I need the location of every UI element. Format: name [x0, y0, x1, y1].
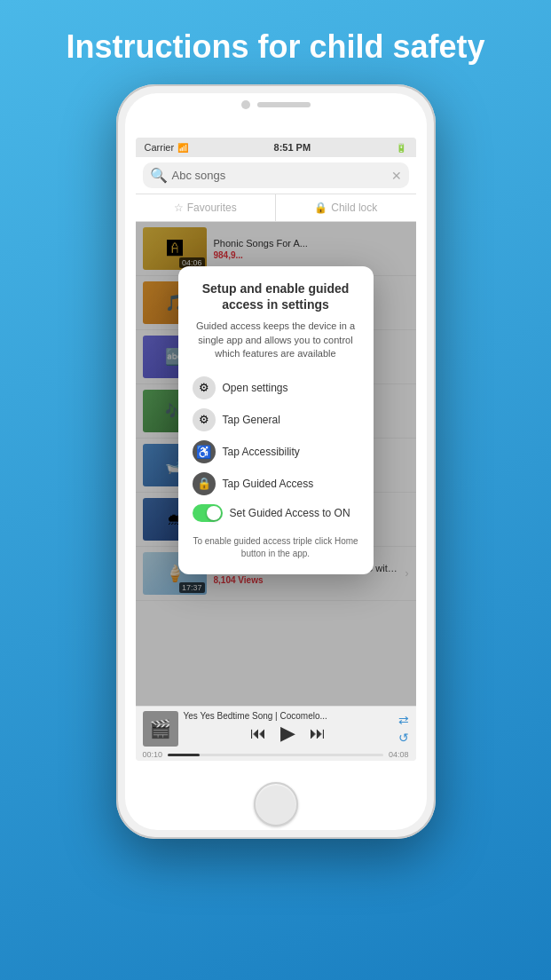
status-bar-right: 🔋: [396, 143, 406, 153]
page-title: Instructions for child safety: [39, 27, 511, 67]
gear-icon: ⚙: [193, 408, 216, 431]
toggle-knob: [207, 506, 221, 520]
play-button[interactable]: ▶: [280, 722, 295, 745]
tab-child-lock-label: Child lock: [331, 202, 377, 214]
phone-mockup: Carrier 📶 8:51 PM 🔋 🔍 Abc songs ✕: [116, 84, 436, 839]
time-total: 04:08: [389, 750, 409, 759]
lock-icon: 🔒: [193, 472, 216, 495]
carrier-label: Carrier: [145, 142, 175, 153]
modal-item-tap-accessibility[interactable]: ♿ Tap Accessibility: [193, 436, 359, 468]
search-icon: 🔍: [150, 167, 168, 184]
search-bar[interactable]: 🔍 Abc songs ✕: [136, 157, 416, 194]
guided-access-toggle[interactable]: [193, 504, 223, 522]
prev-button[interactable]: ⏮: [250, 724, 266, 743]
modal-item-label: Tap General: [223, 414, 280, 426]
repeat-icon[interactable]: ↺: [398, 731, 409, 745]
phone-screen-area: Carrier 📶 8:51 PM 🔋 🔍 Abc songs ✕: [125, 93, 427, 830]
status-time: 8:51 PM: [274, 142, 311, 153]
modal-item-label: Tap Guided Access: [223, 478, 314, 490]
now-playing-info: 🎬 Yes Yes Bedtime Song | Cocomelo... ⏮ ▶…: [143, 710, 409, 747]
next-button[interactable]: ⏭: [310, 724, 326, 743]
shuffle-icon[interactable]: ⇄: [398, 713, 409, 727]
wifi-icon: 📶: [177, 143, 188, 153]
progress-fill: [168, 754, 200, 756]
search-input-wrapper[interactable]: 🔍 Abc songs ✕: [143, 162, 409, 188]
search-clear-icon[interactable]: ✕: [391, 169, 402, 183]
home-button[interactable]: [254, 782, 298, 826]
gear-icon: ⚙: [193, 376, 216, 399]
time-current: 00:10: [143, 750, 163, 759]
modal-overlay: Setup and enable guided access in settin…: [136, 222, 416, 706]
phone-body: Carrier 📶 8:51 PM 🔋 🔍 Abc songs ✕: [116, 84, 436, 839]
screen: Carrier 📶 8:51 PM 🔋 🔍 Abc songs ✕: [136, 138, 416, 761]
star-icon: ☆: [174, 202, 184, 214]
status-bar: Carrier 📶 8:51 PM 🔋: [136, 138, 416, 157]
modal-item-tap-guided-access[interactable]: 🔒 Tap Guided Access: [193, 468, 359, 500]
battery-icon: 🔋: [396, 143, 406, 153]
modal-footer: To enable guided access triple click Hom…: [193, 535, 359, 560]
modal-item-tap-general[interactable]: ⚙ Tap General: [193, 404, 359, 436]
search-input[interactable]: Abc songs: [172, 169, 387, 182]
modal-item-open-settings[interactable]: ⚙ Open settings: [193, 372, 359, 404]
modal-title: Setup and enable guided access in settin…: [193, 281, 359, 312]
phone-sensor-area: [241, 100, 311, 109]
modal-description: Guided access keeps the device in a sing…: [193, 320, 359, 360]
playback-controls: ⏮ ▶ ⏭: [184, 722, 393, 745]
guided-access-modal: Setup and enable guided access in settin…: [178, 266, 374, 574]
video-list: 🅰 04:06 Phonic Songs For A... 984,9...: [136, 222, 416, 706]
now-playing-title: Yes Yes Bedtime Song | Cocomelo...: [184, 710, 393, 722]
modal-item-label: Tap Accessibility: [223, 446, 300, 458]
modal-toggle-label: Set Guided Access to ON: [230, 507, 350, 519]
now-playing-bar: 🎬 Yes Yes Bedtime Song | Cocomelo... ⏮ ▶…: [136, 706, 416, 761]
tab-child-lock[interactable]: 🔒 Child lock: [276, 194, 416, 221]
speaker-sensor: [257, 102, 311, 107]
lock-icon: 🔒: [314, 202, 327, 214]
modal-item-label: Open settings: [223, 382, 288, 394]
now-playing-thumbnail: 🎬: [143, 711, 178, 747]
tabs-bar: ☆ Favourites 🔒 Child lock: [136, 194, 416, 222]
modal-toggle-row[interactable]: Set Guided Access to ON: [193, 500, 359, 526]
camera-sensor: [241, 100, 250, 109]
accessibility-icon: ♿: [193, 440, 216, 463]
progress-row: 00:10 04:08: [143, 750, 409, 759]
tab-favourites[interactable]: ☆ Favourites: [136, 194, 277, 221]
progress-bar[interactable]: [168, 754, 383, 756]
tab-favourites-label: Favourites: [187, 202, 237, 214]
status-bar-left: Carrier 📶: [145, 142, 189, 153]
